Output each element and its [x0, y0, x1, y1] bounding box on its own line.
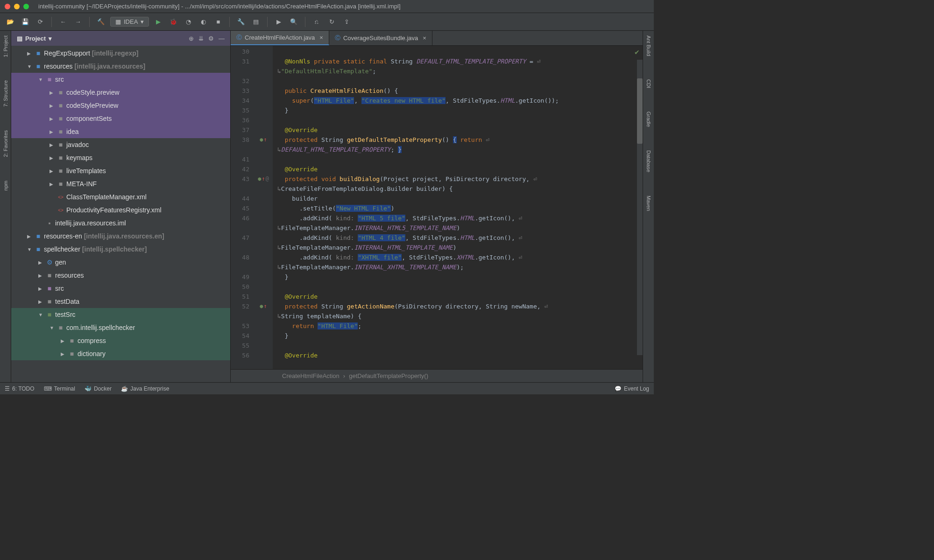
tree-row[interactable]: ▶ ■ idea: [11, 125, 230, 138]
breadcrumb-class[interactable]: CreateHtmlFileAction: [282, 372, 340, 379]
tree-row[interactable]: ▶ ■ src: [11, 282, 230, 295]
tree-row[interactable]: ▶ ■ META-INF: [11, 177, 230, 190]
tool-maven[interactable]: Maven: [646, 196, 651, 211]
hide-icon[interactable]: —: [219, 35, 225, 42]
tree-arrow-icon[interactable]: ▶: [38, 286, 44, 291]
coverage-icon[interactable]: ◔: [183, 16, 194, 28]
tree-arrow-icon[interactable]: ▼: [38, 77, 44, 82]
tree-row[interactable]: ▪ intellij.java.resources.iml: [11, 217, 230, 230]
tree-row[interactable]: ▶ ■ componentSets: [11, 112, 230, 125]
run-icon[interactable]: ▶: [153, 16, 164, 28]
project-tree[interactable]: ▶ ■ RegExpSupport [intellij.regexp]▼ ■ r…: [11, 46, 230, 382]
tree-row[interactable]: <> ProductivityFeaturesRegistry.xml: [11, 203, 230, 217]
editor-tab[interactable]: Ⓒ CoverageSuitesBundle.java ×: [329, 31, 432, 45]
status-docker[interactable]: 🐳Docker: [85, 385, 112, 392]
tree-arrow-icon[interactable]: ▶: [27, 51, 33, 56]
open-icon[interactable]: 📂: [5, 16, 16, 28]
avd-icon[interactable]: ▶: [273, 16, 284, 28]
tool-structure[interactable]: 7: Structure: [3, 80, 8, 107]
status-todo[interactable]: ☰6: TODO: [5, 385, 35, 392]
collapse-icon[interactable]: ⇊: [198, 35, 204, 42]
tree-row[interactable]: ▶ ■ keymaps: [11, 151, 230, 164]
tool-cdi[interactable]: CDI: [646, 79, 651, 88]
tree-row[interactable]: ▶ ■ compress: [11, 334, 230, 347]
tree-arrow-icon[interactable]: ▶: [50, 116, 55, 121]
tree-row[interactable]: ▶ ■ codeStylePreview: [11, 99, 230, 112]
tree-arrow-icon[interactable]: ▼: [38, 312, 44, 317]
scrollbar-thumb[interactable]: [637, 78, 643, 144]
status-terminal[interactable]: ⌨Terminal: [44, 385, 75, 392]
tree-arrow-icon[interactable]: ▶: [50, 182, 55, 187]
tree-row[interactable]: ▶ ■ codeStyle.preview: [11, 86, 230, 99]
structure-icon[interactable]: ▤: [250, 16, 262, 28]
tree-row[interactable]: ▼ ■ src: [11, 73, 230, 86]
settings-icon[interactable]: 🔧: [235, 16, 247, 28]
code-content[interactable]: @NonNls private static final String DEFA…: [273, 46, 643, 369]
search-icon[interactable]: 🔍: [288, 16, 299, 28]
tool-project[interactable]: 1: Project: [3, 35, 8, 57]
tree-meta: [intellij.java.resources.en]: [84, 232, 164, 240]
tree-row[interactable]: ▶ ■ dictionary: [11, 347, 230, 360]
vcs-update-icon[interactable]: ↻: [326, 16, 337, 28]
tree-arrow-icon[interactable]: ▶: [38, 273, 44, 278]
tree-row[interactable]: ▶ ⚙ gen: [11, 256, 230, 269]
tree-row[interactable]: ▶ ■ resources: [11, 269, 230, 282]
tree-arrow-icon[interactable]: ▶: [50, 142, 55, 147]
forward-icon[interactable]: →: [72, 16, 84, 28]
gear-icon[interactable]: ⚙: [208, 35, 214, 42]
tree-arrow-icon[interactable]: ▶: [61, 338, 66, 343]
debug-icon[interactable]: 🐞: [168, 16, 179, 28]
window-controls: [5, 4, 29, 9]
save-icon[interactable]: 💾: [20, 16, 31, 28]
maximize-window[interactable]: [23, 4, 29, 9]
tree-arrow-icon[interactable]: ▶: [27, 234, 33, 239]
stop-icon[interactable]: ■: [212, 16, 224, 28]
minimize-window[interactable]: [14, 4, 20, 9]
tree-row[interactable]: ▶ ■ javadoc: [11, 138, 230, 151]
tree-row[interactable]: <> ClassTemplateManager.xml: [11, 190, 230, 203]
editor-tab[interactable]: Ⓒ CreateHtmlFileAction.java ×: [231, 31, 329, 45]
locate-icon[interactable]: ⊕: [189, 35, 194, 42]
tree-arrow-icon[interactable]: ▶: [38, 260, 44, 265]
tree-arrow-icon[interactable]: ▶: [38, 299, 44, 304]
close-window[interactable]: [5, 4, 10, 9]
tree-arrow-icon[interactable]: ▶: [50, 129, 55, 134]
close-tab-icon[interactable]: ×: [319, 34, 323, 41]
status-eventlog[interactable]: 💬Event Log: [615, 385, 649, 392]
close-tab-icon[interactable]: ×: [423, 35, 426, 42]
tree-row[interactable]: ▼ ■ resources [intellij.java.resources]: [11, 60, 230, 73]
profile-icon[interactable]: ◐: [198, 16, 209, 28]
tool-npm[interactable]: npm: [3, 181, 8, 190]
tree-arrow-icon[interactable]: ▼: [50, 325, 55, 330]
build-icon[interactable]: 🔨: [95, 16, 106, 28]
tree-arrow-icon[interactable]: ▶: [50, 168, 55, 174]
tree-row[interactable]: ▶ ■ liveTemplates: [11, 164, 230, 177]
tree-arrow-icon[interactable]: ▼: [27, 64, 33, 69]
tool-gradle[interactable]: Gradle: [646, 112, 651, 127]
breadcrumb[interactable]: CreateHtmlFileAction › getDefaultTemplat…: [231, 369, 643, 382]
tool-favorites[interactable]: 2: Favorites: [3, 130, 8, 157]
back-icon[interactable]: ←: [57, 16, 69, 28]
status-javaee[interactable]: ☕Java Enterprise: [121, 385, 169, 392]
code-editor[interactable]: ✔ 3031 32333435363738 414243 444546 47 4…: [231, 46, 643, 369]
vcs-push-icon[interactable]: ⇪: [341, 16, 352, 28]
tree-row[interactable]: ▶ ■ RegExpSupport [intellij.regexp]: [11, 47, 230, 60]
tree-row[interactable]: ▶ ■ resources-en [intellij.java.resource…: [11, 230, 230, 243]
tree-arrow-icon[interactable]: ▶: [50, 103, 55, 108]
tree-row[interactable]: ▼ ■ spellchecker [intellij.spellchecker]: [11, 243, 230, 256]
vcs-icon[interactable]: ⎌: [311, 16, 322, 28]
tree-row[interactable]: ▼ ■ testSrc: [11, 308, 230, 321]
refresh-icon[interactable]: ⟳: [35, 16, 46, 28]
tree-row[interactable]: ▼ ■ com.intellij.spellchecker: [11, 321, 230, 334]
tree-arrow-icon[interactable]: ▶: [61, 351, 66, 357]
chevron-down-icon[interactable]: ▾: [49, 35, 52, 42]
tree-arrow-icon[interactable]: ▼: [27, 247, 33, 252]
tool-ant[interactable]: Ant Build: [646, 35, 651, 56]
tool-database[interactable]: Database: [646, 150, 651, 172]
editor-scrollbar[interactable]: [637, 60, 643, 355]
tree-row[interactable]: ▶ ■ testData: [11, 295, 230, 308]
breadcrumb-method[interactable]: getDefaultTemplateProperty(): [349, 372, 428, 379]
run-config-selector[interactable]: ▦ IDEA ▾: [110, 17, 149, 27]
tree-arrow-icon[interactable]: ▶: [50, 155, 55, 161]
tree-arrow-icon[interactable]: ▶: [50, 90, 55, 95]
